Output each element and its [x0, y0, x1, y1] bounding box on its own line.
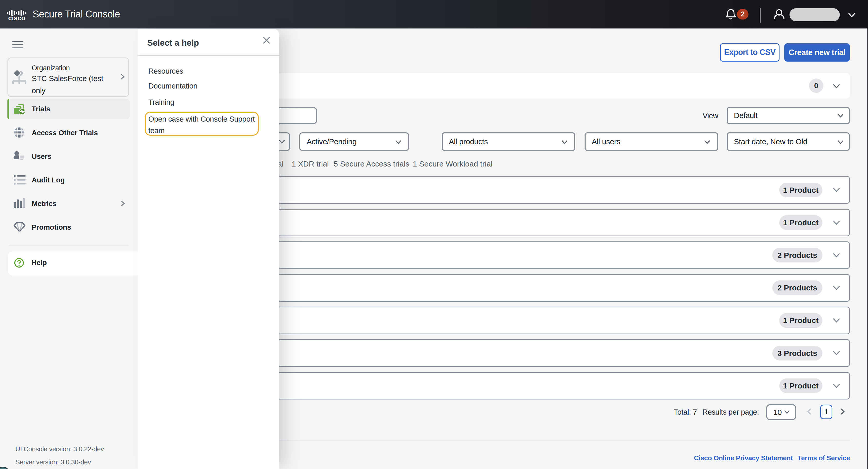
svg-text:cisco: cisco: [8, 14, 25, 22]
